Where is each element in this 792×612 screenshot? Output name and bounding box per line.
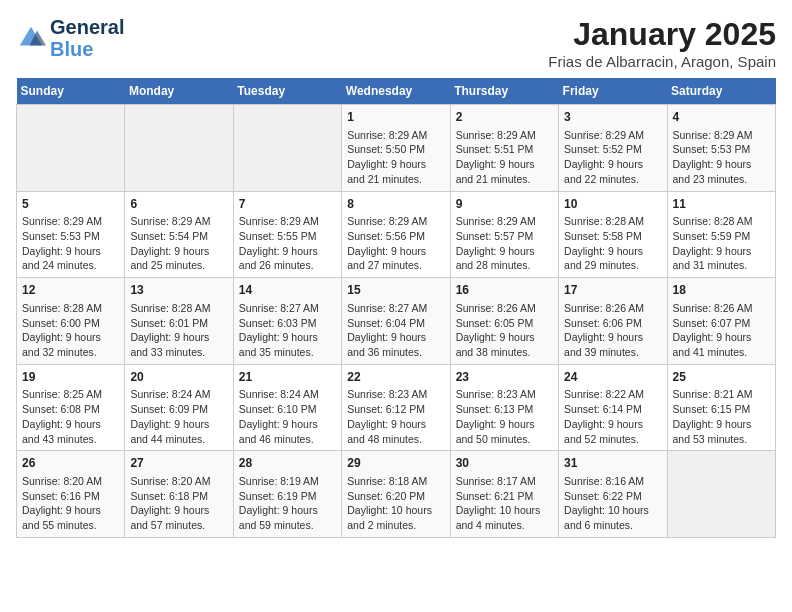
day-info: Sunrise: 8:27 AMSunset: 6:04 PMDaylight:…	[347, 302, 427, 358]
day-number: 23	[456, 369, 553, 386]
day-info: Sunrise: 8:28 AMSunset: 5:58 PMDaylight:…	[564, 215, 644, 271]
day-header-tuesday: Tuesday	[233, 78, 341, 105]
day-cell: 10Sunrise: 8:28 AMSunset: 5:58 PMDayligh…	[559, 191, 667, 278]
day-cell: 1Sunrise: 8:29 AMSunset: 5:50 PMDaylight…	[342, 105, 450, 192]
day-info: Sunrise: 8:26 AMSunset: 6:06 PMDaylight:…	[564, 302, 644, 358]
day-info: Sunrise: 8:24 AMSunset: 6:10 PMDaylight:…	[239, 388, 319, 444]
day-info: Sunrise: 8:29 AMSunset: 5:53 PMDaylight:…	[22, 215, 102, 271]
day-header-saturday: Saturday	[667, 78, 775, 105]
day-cell: 31Sunrise: 8:16 AMSunset: 6:22 PMDayligh…	[559, 451, 667, 538]
day-number: 3	[564, 109, 661, 126]
day-cell: 25Sunrise: 8:21 AMSunset: 6:15 PMDayligh…	[667, 364, 775, 451]
day-info: Sunrise: 8:29 AMSunset: 5:54 PMDaylight:…	[130, 215, 210, 271]
logo-general: General	[50, 16, 124, 38]
week-row-2: 5Sunrise: 8:29 AMSunset: 5:53 PMDaylight…	[17, 191, 776, 278]
day-info: Sunrise: 8:17 AMSunset: 6:21 PMDaylight:…	[456, 475, 541, 531]
week-row-5: 26Sunrise: 8:20 AMSunset: 6:16 PMDayligh…	[17, 451, 776, 538]
day-cell: 28Sunrise: 8:19 AMSunset: 6:19 PMDayligh…	[233, 451, 341, 538]
day-cell: 8Sunrise: 8:29 AMSunset: 5:56 PMDaylight…	[342, 191, 450, 278]
day-info: Sunrise: 8:26 AMSunset: 6:07 PMDaylight:…	[673, 302, 753, 358]
day-info: Sunrise: 8:19 AMSunset: 6:19 PMDaylight:…	[239, 475, 319, 531]
day-info: Sunrise: 8:20 AMSunset: 6:18 PMDaylight:…	[130, 475, 210, 531]
day-info: Sunrise: 8:18 AMSunset: 6:20 PMDaylight:…	[347, 475, 432, 531]
day-cell	[125, 105, 233, 192]
day-cell: 5Sunrise: 8:29 AMSunset: 5:53 PMDaylight…	[17, 191, 125, 278]
day-cell: 22Sunrise: 8:23 AMSunset: 6:12 PMDayligh…	[342, 364, 450, 451]
calendar-subtitle: Frias de Albarracin, Aragon, Spain	[548, 53, 776, 70]
logo-text: General Blue	[50, 16, 124, 60]
day-info: Sunrise: 8:24 AMSunset: 6:09 PMDaylight:…	[130, 388, 210, 444]
day-number: 29	[347, 455, 444, 472]
day-info: Sunrise: 8:21 AMSunset: 6:15 PMDaylight:…	[673, 388, 753, 444]
day-number: 13	[130, 282, 227, 299]
day-cell: 6Sunrise: 8:29 AMSunset: 5:54 PMDaylight…	[125, 191, 233, 278]
day-number: 30	[456, 455, 553, 472]
day-info: Sunrise: 8:23 AMSunset: 6:12 PMDaylight:…	[347, 388, 427, 444]
day-number: 1	[347, 109, 444, 126]
day-cell: 7Sunrise: 8:29 AMSunset: 5:55 PMDaylight…	[233, 191, 341, 278]
day-cell: 3Sunrise: 8:29 AMSunset: 5:52 PMDaylight…	[559, 105, 667, 192]
day-number: 12	[22, 282, 119, 299]
day-info: Sunrise: 8:29 AMSunset: 5:55 PMDaylight:…	[239, 215, 319, 271]
day-number: 18	[673, 282, 770, 299]
day-cell: 30Sunrise: 8:17 AMSunset: 6:21 PMDayligh…	[450, 451, 558, 538]
day-header-wednesday: Wednesday	[342, 78, 450, 105]
day-number: 20	[130, 369, 227, 386]
day-info: Sunrise: 8:27 AMSunset: 6:03 PMDaylight:…	[239, 302, 319, 358]
logo: General Blue	[16, 16, 124, 60]
week-row-1: 1Sunrise: 8:29 AMSunset: 5:50 PMDaylight…	[17, 105, 776, 192]
day-info: Sunrise: 8:28 AMSunset: 5:59 PMDaylight:…	[673, 215, 753, 271]
day-number: 19	[22, 369, 119, 386]
day-header-row: SundayMondayTuesdayWednesdayThursdayFrid…	[17, 78, 776, 105]
day-cell: 23Sunrise: 8:23 AMSunset: 6:13 PMDayligh…	[450, 364, 558, 451]
day-cell: 11Sunrise: 8:28 AMSunset: 5:59 PMDayligh…	[667, 191, 775, 278]
day-number: 8	[347, 196, 444, 213]
day-info: Sunrise: 8:16 AMSunset: 6:22 PMDaylight:…	[564, 475, 649, 531]
day-cell: 19Sunrise: 8:25 AMSunset: 6:08 PMDayligh…	[17, 364, 125, 451]
day-number: 22	[347, 369, 444, 386]
page-header: General Blue January 2025 Frias de Albar…	[16, 16, 776, 70]
day-header-monday: Monday	[125, 78, 233, 105]
day-number: 24	[564, 369, 661, 386]
week-row-4: 19Sunrise: 8:25 AMSunset: 6:08 PMDayligh…	[17, 364, 776, 451]
day-cell	[667, 451, 775, 538]
day-number: 2	[456, 109, 553, 126]
day-number: 15	[347, 282, 444, 299]
day-cell: 15Sunrise: 8:27 AMSunset: 6:04 PMDayligh…	[342, 278, 450, 365]
day-cell: 13Sunrise: 8:28 AMSunset: 6:01 PMDayligh…	[125, 278, 233, 365]
day-header-sunday: Sunday	[17, 78, 125, 105]
day-cell: 14Sunrise: 8:27 AMSunset: 6:03 PMDayligh…	[233, 278, 341, 365]
week-row-3: 12Sunrise: 8:28 AMSunset: 6:00 PMDayligh…	[17, 278, 776, 365]
day-cell: 9Sunrise: 8:29 AMSunset: 5:57 PMDaylight…	[450, 191, 558, 278]
day-number: 16	[456, 282, 553, 299]
day-number: 9	[456, 196, 553, 213]
day-cell: 2Sunrise: 8:29 AMSunset: 5:51 PMDaylight…	[450, 105, 558, 192]
day-cell: 24Sunrise: 8:22 AMSunset: 6:14 PMDayligh…	[559, 364, 667, 451]
calendar-table: SundayMondayTuesdayWednesdayThursdayFrid…	[16, 78, 776, 538]
calendar-title: January 2025	[548, 16, 776, 53]
day-number: 27	[130, 455, 227, 472]
day-number: 21	[239, 369, 336, 386]
day-info: Sunrise: 8:20 AMSunset: 6:16 PMDaylight:…	[22, 475, 102, 531]
day-header-friday: Friday	[559, 78, 667, 105]
day-header-thursday: Thursday	[450, 78, 558, 105]
day-number: 31	[564, 455, 661, 472]
day-cell: 26Sunrise: 8:20 AMSunset: 6:16 PMDayligh…	[17, 451, 125, 538]
day-cell: 29Sunrise: 8:18 AMSunset: 6:20 PMDayligh…	[342, 451, 450, 538]
logo-icon	[16, 23, 46, 53]
day-number: 25	[673, 369, 770, 386]
day-number: 7	[239, 196, 336, 213]
day-info: Sunrise: 8:29 AMSunset: 5:50 PMDaylight:…	[347, 129, 427, 185]
day-info: Sunrise: 8:25 AMSunset: 6:08 PMDaylight:…	[22, 388, 102, 444]
day-number: 5	[22, 196, 119, 213]
day-number: 26	[22, 455, 119, 472]
day-number: 6	[130, 196, 227, 213]
day-cell: 20Sunrise: 8:24 AMSunset: 6:09 PMDayligh…	[125, 364, 233, 451]
day-info: Sunrise: 8:29 AMSunset: 5:57 PMDaylight:…	[456, 215, 536, 271]
day-number: 17	[564, 282, 661, 299]
day-number: 10	[564, 196, 661, 213]
day-cell: 21Sunrise: 8:24 AMSunset: 6:10 PMDayligh…	[233, 364, 341, 451]
day-info: Sunrise: 8:29 AMSunset: 5:53 PMDaylight:…	[673, 129, 753, 185]
day-number: 14	[239, 282, 336, 299]
day-cell: 17Sunrise: 8:26 AMSunset: 6:06 PMDayligh…	[559, 278, 667, 365]
